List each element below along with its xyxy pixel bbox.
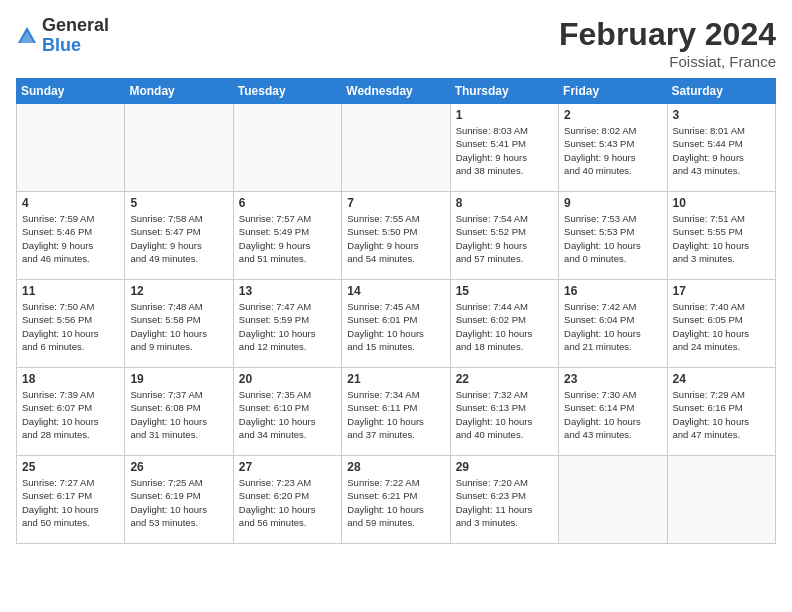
day-info: Sunrise: 8:03 AM Sunset: 5:41 PM Dayligh… (456, 124, 553, 177)
calendar-cell: 9Sunrise: 7:53 AM Sunset: 5:53 PM Daylig… (559, 192, 667, 280)
day-info: Sunrise: 7:40 AM Sunset: 6:05 PM Dayligh… (673, 300, 770, 353)
day-number: 1 (456, 108, 553, 122)
calendar-cell: 27Sunrise: 7:23 AM Sunset: 6:20 PM Dayli… (233, 456, 341, 544)
calendar-cell: 12Sunrise: 7:48 AM Sunset: 5:58 PM Dayli… (125, 280, 233, 368)
day-info: Sunrise: 7:22 AM Sunset: 6:21 PM Dayligh… (347, 476, 444, 529)
day-number: 20 (239, 372, 336, 386)
day-number: 16 (564, 284, 661, 298)
day-number: 11 (22, 284, 119, 298)
day-number: 25 (22, 460, 119, 474)
day-info: Sunrise: 7:25 AM Sunset: 6:19 PM Dayligh… (130, 476, 227, 529)
calendar-cell (667, 456, 775, 544)
day-number: 5 (130, 196, 227, 210)
day-number: 10 (673, 196, 770, 210)
day-number: 24 (673, 372, 770, 386)
day-info: Sunrise: 7:55 AM Sunset: 5:50 PM Dayligh… (347, 212, 444, 265)
calendar-cell: 2Sunrise: 8:02 AM Sunset: 5:43 PM Daylig… (559, 104, 667, 192)
day-info: Sunrise: 7:23 AM Sunset: 6:20 PM Dayligh… (239, 476, 336, 529)
day-number: 22 (456, 372, 553, 386)
calendar-cell: 29Sunrise: 7:20 AM Sunset: 6:23 PM Dayli… (450, 456, 558, 544)
column-header-sunday: Sunday (17, 79, 125, 104)
calendar-cell: 20Sunrise: 7:35 AM Sunset: 6:10 PM Dayli… (233, 368, 341, 456)
day-number: 6 (239, 196, 336, 210)
week-row-4: 18Sunrise: 7:39 AM Sunset: 6:07 PM Dayli… (17, 368, 776, 456)
calendar-cell: 23Sunrise: 7:30 AM Sunset: 6:14 PM Dayli… (559, 368, 667, 456)
calendar-cell: 15Sunrise: 7:44 AM Sunset: 6:02 PM Dayli… (450, 280, 558, 368)
day-info: Sunrise: 7:45 AM Sunset: 6:01 PM Dayligh… (347, 300, 444, 353)
calendar-cell: 25Sunrise: 7:27 AM Sunset: 6:17 PM Dayli… (17, 456, 125, 544)
day-info: Sunrise: 7:58 AM Sunset: 5:47 PM Dayligh… (130, 212, 227, 265)
calendar-cell: 14Sunrise: 7:45 AM Sunset: 6:01 PM Dayli… (342, 280, 450, 368)
calendar-cell: 3Sunrise: 8:01 AM Sunset: 5:44 PM Daylig… (667, 104, 775, 192)
day-info: Sunrise: 7:27 AM Sunset: 6:17 PM Dayligh… (22, 476, 119, 529)
calendar-cell: 24Sunrise: 7:29 AM Sunset: 6:16 PM Dayli… (667, 368, 775, 456)
day-info: Sunrise: 7:44 AM Sunset: 6:02 PM Dayligh… (456, 300, 553, 353)
day-number: 2 (564, 108, 661, 122)
day-number: 21 (347, 372, 444, 386)
calendar-table: SundayMondayTuesdayWednesdayThursdayFrid… (16, 78, 776, 544)
day-number: 18 (22, 372, 119, 386)
day-info: Sunrise: 7:59 AM Sunset: 5:46 PM Dayligh… (22, 212, 119, 265)
column-header-thursday: Thursday (450, 79, 558, 104)
logo: General Blue (16, 16, 109, 56)
calendar-cell (559, 456, 667, 544)
day-info: Sunrise: 7:20 AM Sunset: 6:23 PM Dayligh… (456, 476, 553, 529)
day-info: Sunrise: 7:29 AM Sunset: 6:16 PM Dayligh… (673, 388, 770, 441)
day-number: 9 (564, 196, 661, 210)
day-info: Sunrise: 7:51 AM Sunset: 5:55 PM Dayligh… (673, 212, 770, 265)
day-info: Sunrise: 7:37 AM Sunset: 6:08 PM Dayligh… (130, 388, 227, 441)
day-info: Sunrise: 7:48 AM Sunset: 5:58 PM Dayligh… (130, 300, 227, 353)
calendar-cell: 21Sunrise: 7:34 AM Sunset: 6:11 PM Dayli… (342, 368, 450, 456)
week-row-5: 25Sunrise: 7:27 AM Sunset: 6:17 PM Dayli… (17, 456, 776, 544)
column-header-saturday: Saturday (667, 79, 775, 104)
day-info: Sunrise: 7:42 AM Sunset: 6:04 PM Dayligh… (564, 300, 661, 353)
logo-text: General Blue (42, 16, 109, 56)
day-number: 12 (130, 284, 227, 298)
week-row-1: 1Sunrise: 8:03 AM Sunset: 5:41 PM Daylig… (17, 104, 776, 192)
week-row-2: 4Sunrise: 7:59 AM Sunset: 5:46 PM Daylig… (17, 192, 776, 280)
day-info: Sunrise: 7:50 AM Sunset: 5:56 PM Dayligh… (22, 300, 119, 353)
day-info: Sunrise: 8:02 AM Sunset: 5:43 PM Dayligh… (564, 124, 661, 177)
day-number: 13 (239, 284, 336, 298)
day-number: 27 (239, 460, 336, 474)
day-number: 26 (130, 460, 227, 474)
calendar-cell: 19Sunrise: 7:37 AM Sunset: 6:08 PM Dayli… (125, 368, 233, 456)
calendar-cell: 26Sunrise: 7:25 AM Sunset: 6:19 PM Dayli… (125, 456, 233, 544)
calendar-cell: 5Sunrise: 7:58 AM Sunset: 5:47 PM Daylig… (125, 192, 233, 280)
day-number: 4 (22, 196, 119, 210)
calendar-cell: 1Sunrise: 8:03 AM Sunset: 5:41 PM Daylig… (450, 104, 558, 192)
calendar-cell: 10Sunrise: 7:51 AM Sunset: 5:55 PM Dayli… (667, 192, 775, 280)
day-info: Sunrise: 7:47 AM Sunset: 5:59 PM Dayligh… (239, 300, 336, 353)
logo-icon (16, 25, 38, 47)
day-number: 23 (564, 372, 661, 386)
day-number: 14 (347, 284, 444, 298)
calendar-cell: 28Sunrise: 7:22 AM Sunset: 6:21 PM Dayli… (342, 456, 450, 544)
calendar-cell (342, 104, 450, 192)
column-header-monday: Monday (125, 79, 233, 104)
calendar-cell: 4Sunrise: 7:59 AM Sunset: 5:46 PM Daylig… (17, 192, 125, 280)
page-header: General Blue February 2024 Foissiat, Fra… (16, 16, 776, 70)
calendar-cell: 11Sunrise: 7:50 AM Sunset: 5:56 PM Dayli… (17, 280, 125, 368)
day-info: Sunrise: 7:32 AM Sunset: 6:13 PM Dayligh… (456, 388, 553, 441)
calendar-cell (17, 104, 125, 192)
calendar-title: February 2024 (559, 16, 776, 53)
day-number: 19 (130, 372, 227, 386)
day-number: 29 (456, 460, 553, 474)
day-number: 17 (673, 284, 770, 298)
day-info: Sunrise: 7:53 AM Sunset: 5:53 PM Dayligh… (564, 212, 661, 265)
day-number: 7 (347, 196, 444, 210)
calendar-cell (233, 104, 341, 192)
column-header-wednesday: Wednesday (342, 79, 450, 104)
day-number: 15 (456, 284, 553, 298)
day-info: Sunrise: 7:54 AM Sunset: 5:52 PM Dayligh… (456, 212, 553, 265)
calendar-cell: 22Sunrise: 7:32 AM Sunset: 6:13 PM Dayli… (450, 368, 558, 456)
day-info: Sunrise: 7:39 AM Sunset: 6:07 PM Dayligh… (22, 388, 119, 441)
day-info: Sunrise: 7:34 AM Sunset: 6:11 PM Dayligh… (347, 388, 444, 441)
calendar-cell (125, 104, 233, 192)
calendar-cell: 6Sunrise: 7:57 AM Sunset: 5:49 PM Daylig… (233, 192, 341, 280)
calendar-cell: 16Sunrise: 7:42 AM Sunset: 6:04 PM Dayli… (559, 280, 667, 368)
calendar-cell: 7Sunrise: 7:55 AM Sunset: 5:50 PM Daylig… (342, 192, 450, 280)
calendar-subtitle: Foissiat, France (559, 53, 776, 70)
title-block: February 2024 Foissiat, France (559, 16, 776, 70)
day-info: Sunrise: 7:30 AM Sunset: 6:14 PM Dayligh… (564, 388, 661, 441)
